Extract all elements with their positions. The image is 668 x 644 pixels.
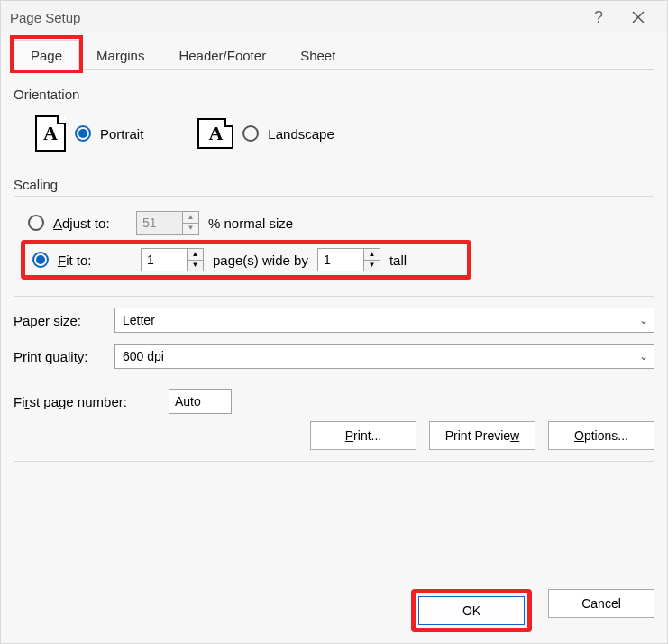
tab-margins[interactable]: Margins (79, 40, 161, 70)
scaling-group: Scaling Adjust to: ▲▼ % normal size (14, 177, 654, 280)
options-button[interactable]: Options... (548, 421, 654, 450)
portrait-label: Portrait (100, 126, 143, 142)
dialog-body: Page Margins Header/Footer Sheet Orienta… (1, 33, 667, 643)
paper-size-value: Letter (123, 313, 155, 327)
spinner-down-icon[interactable]: ▼ (364, 261, 380, 271)
section-divider (14, 296, 654, 297)
first-page-label: First page number: (14, 394, 158, 409)
portrait-icon: A (35, 115, 66, 152)
adjust-to-suffix: % normal size (208, 216, 293, 231)
close-icon (632, 11, 645, 23)
ok-button[interactable]: OK (418, 596, 525, 625)
chevron-down-icon: ⌄ (639, 314, 648, 327)
print-quality-label: Print quality: (14, 349, 104, 364)
fit-wide-spinner[interactable]: ▲▼ (141, 248, 204, 271)
orientation-divider (14, 106, 654, 106)
print-quality-value: 600 dpi (123, 349, 164, 363)
highlight-fit-to: Fit to: ▲▼ page(s) wide by ▲▼ tall (21, 240, 471, 280)
spinner-down-icon[interactable]: ▼ (188, 261, 203, 271)
spinner-down-icon[interactable]: ▼ (183, 224, 198, 235)
adjust-to-label: Adjust to: (53, 216, 127, 231)
fit-mid-label: page(s) wide by (213, 253, 308, 268)
orientation-group-label: Orientation (14, 87, 654, 102)
landscape-label: Landscape (268, 126, 334, 142)
tab-header-footer[interactable]: Header/Footer (161, 40, 283, 70)
scaling-divider (14, 196, 654, 197)
scaling-group-label: Scaling (14, 177, 654, 192)
landscape-block: A Landscape (197, 118, 334, 149)
paper-size-row: Paper size: Letter ⌄ (14, 308, 654, 333)
first-page-row: First page number: (14, 389, 654, 414)
tab-page[interactable]: Page (14, 40, 79, 70)
tab-bar: Page Margins Header/Footer Sheet (14, 39, 654, 70)
paper-size-combo[interactable]: Letter ⌄ (114, 308, 654, 333)
print-preview-button[interactable]: Print Preview (429, 421, 535, 450)
tab-sheet[interactable]: Sheet (283, 40, 352, 70)
landscape-icon: A (197, 118, 233, 149)
fit-tall-input[interactable] (318, 249, 363, 271)
spinner-up-icon[interactable]: ▲ (183, 212, 198, 224)
adjust-to-radio[interactable] (28, 215, 44, 231)
print-button[interactable]: Print... (310, 421, 416, 450)
fit-wide-input[interactable] (142, 249, 187, 271)
chevron-down-icon: ⌄ (639, 350, 648, 363)
dialog-footer: OK Cancel (14, 585, 654, 632)
adjust-to-spinner[interactable]: ▲▼ (136, 211, 199, 235)
cancel-button[interactable]: Cancel (548, 589, 654, 618)
fit-to-row: Fit to: ▲▼ page(s) wide by ▲▼ tall (32, 248, 460, 271)
spinner-up-icon[interactable]: ▲ (364, 249, 380, 261)
highlight-page-tab: Page (10, 35, 83, 73)
print-quality-combo[interactable]: 600 dpi ⌄ (114, 344, 654, 369)
action-button-row: Print... Print Preview Options... (14, 414, 654, 457)
orientation-row: A Portrait A Landscape (14, 115, 654, 152)
tab-content: Orientation A Portrait A Landscape Scali… (14, 70, 654, 585)
close-button[interactable] (618, 1, 658, 33)
portrait-block: A Portrait (35, 115, 143, 152)
first-page-input[interactable] (169, 389, 232, 414)
portrait-radio[interactable] (75, 125, 91, 142)
fit-to-label: Fit to: (58, 253, 132, 268)
fit-tall-label: tall (389, 253, 407, 268)
paper-size-label: Paper size: (14, 313, 104, 328)
adjust-to-input[interactable] (137, 212, 182, 234)
dialog-title: Page Setup (10, 10, 579, 25)
highlight-ok: OK (411, 589, 532, 632)
help-button[interactable]: ? (579, 1, 618, 33)
adjust-to-row: Adjust to: ▲▼ % normal size (28, 206, 654, 240)
landscape-radio[interactable] (242, 125, 259, 142)
footer-divider (14, 461, 654, 462)
print-quality-row: Print quality: 600 dpi ⌄ (14, 344, 654, 369)
spinner-up-icon[interactable]: ▲ (188, 249, 203, 261)
titlebar: Page Setup ? (1, 1, 667, 33)
page-setup-dialog: Page Setup ? Page Margins Header/Footer … (0, 0, 668, 644)
fit-to-radio[interactable] (32, 252, 49, 268)
fit-tall-spinner[interactable]: ▲▼ (317, 248, 380, 271)
